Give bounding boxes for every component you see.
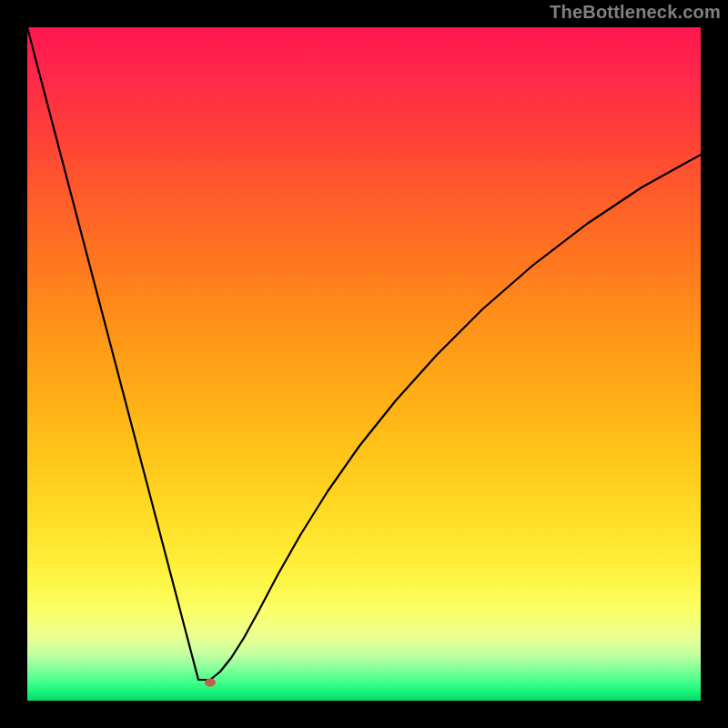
optimal-point-marker — [205, 679, 216, 687]
curve-path — [27, 27, 701, 680]
plot-area — [27, 27, 701, 701]
chart-frame: TheBottleneck.com — [0, 0, 728, 728]
attribution-text: TheBottleneck.com — [550, 2, 721, 23]
bottleneck-curve — [27, 27, 701, 701]
